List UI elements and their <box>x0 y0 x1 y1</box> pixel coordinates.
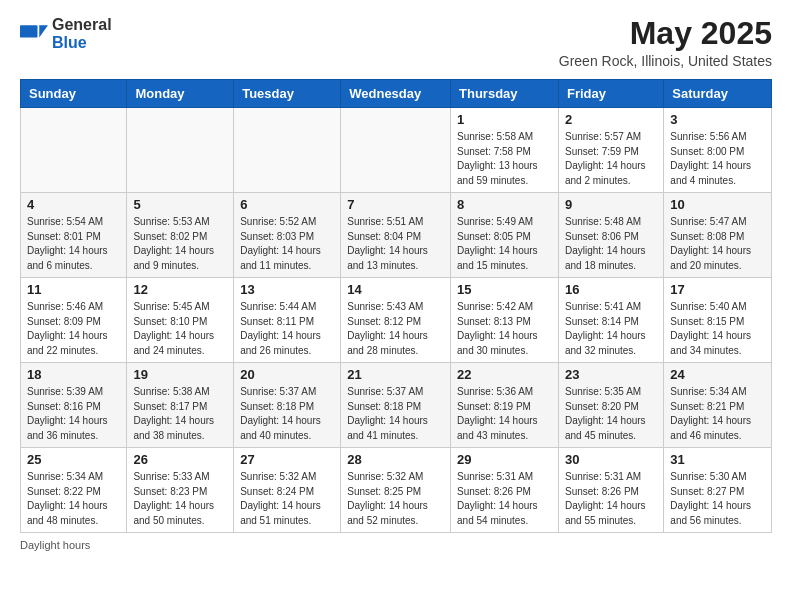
calendar-week-3: 11Sunrise: 5:46 AM Sunset: 8:09 PM Dayli… <box>21 278 772 363</box>
day-number: 3 <box>670 112 765 127</box>
day-info: Sunrise: 5:31 AM Sunset: 8:26 PM Dayligh… <box>457 470 552 528</box>
day-info: Sunrise: 5:37 AM Sunset: 8:18 PM Dayligh… <box>240 385 334 443</box>
calendar-cell: 17Sunrise: 5:40 AM Sunset: 8:15 PM Dayli… <box>664 278 772 363</box>
day-number: 17 <box>670 282 765 297</box>
calendar-cell: 20Sunrise: 5:37 AM Sunset: 8:18 PM Dayli… <box>234 363 341 448</box>
calendar-week-2: 4Sunrise: 5:54 AM Sunset: 8:01 PM Daylig… <box>21 193 772 278</box>
logo: General Blue <box>20 16 112 51</box>
day-info: Sunrise: 5:51 AM Sunset: 8:04 PM Dayligh… <box>347 215 444 273</box>
calendar-cell: 10Sunrise: 5:47 AM Sunset: 8:08 PM Dayli… <box>664 193 772 278</box>
day-number: 9 <box>565 197 657 212</box>
calendar-cell: 4Sunrise: 5:54 AM Sunset: 8:01 PM Daylig… <box>21 193 127 278</box>
day-info: Sunrise: 5:57 AM Sunset: 7:59 PM Dayligh… <box>565 130 657 188</box>
col-header-monday: Monday <box>127 80 234 108</box>
col-header-tuesday: Tuesday <box>234 80 341 108</box>
calendar-cell: 8Sunrise: 5:49 AM Sunset: 8:05 PM Daylig… <box>451 193 559 278</box>
calendar-cell: 24Sunrise: 5:34 AM Sunset: 8:21 PM Dayli… <box>664 363 772 448</box>
footer-note: Daylight hours <box>20 539 772 551</box>
calendar-cell: 18Sunrise: 5:39 AM Sunset: 8:16 PM Dayli… <box>21 363 127 448</box>
page: General Blue May 2025 Green Rock, Illino… <box>0 0 792 612</box>
day-number: 2 <box>565 112 657 127</box>
col-header-friday: Friday <box>558 80 663 108</box>
calendar-cell: 9Sunrise: 5:48 AM Sunset: 8:06 PM Daylig… <box>558 193 663 278</box>
col-header-sunday: Sunday <box>21 80 127 108</box>
calendar-cell: 23Sunrise: 5:35 AM Sunset: 8:20 PM Dayli… <box>558 363 663 448</box>
day-info: Sunrise: 5:54 AM Sunset: 8:01 PM Dayligh… <box>27 215 120 273</box>
logo-text: General Blue <box>52 16 112 51</box>
day-number: 5 <box>133 197 227 212</box>
day-number: 25 <box>27 452 120 467</box>
calendar-cell: 16Sunrise: 5:41 AM Sunset: 8:14 PM Dayli… <box>558 278 663 363</box>
calendar-cell: 30Sunrise: 5:31 AM Sunset: 8:26 PM Dayli… <box>558 448 663 533</box>
day-info: Sunrise: 5:44 AM Sunset: 8:11 PM Dayligh… <box>240 300 334 358</box>
calendar-cell: 5Sunrise: 5:53 AM Sunset: 8:02 PM Daylig… <box>127 193 234 278</box>
day-number: 19 <box>133 367 227 382</box>
day-info: Sunrise: 5:46 AM Sunset: 8:09 PM Dayligh… <box>27 300 120 358</box>
day-info: Sunrise: 5:45 AM Sunset: 8:10 PM Dayligh… <box>133 300 227 358</box>
calendar-cell: 28Sunrise: 5:32 AM Sunset: 8:25 PM Dayli… <box>341 448 451 533</box>
calendar-week-4: 18Sunrise: 5:39 AM Sunset: 8:16 PM Dayli… <box>21 363 772 448</box>
day-number: 11 <box>27 282 120 297</box>
day-number: 13 <box>240 282 334 297</box>
day-info: Sunrise: 5:37 AM Sunset: 8:18 PM Dayligh… <box>347 385 444 443</box>
calendar-cell: 15Sunrise: 5:42 AM Sunset: 8:13 PM Dayli… <box>451 278 559 363</box>
calendar-cell: 29Sunrise: 5:31 AM Sunset: 8:26 PM Dayli… <box>451 448 559 533</box>
col-header-thursday: Thursday <box>451 80 559 108</box>
calendar-cell: 1Sunrise: 5:58 AM Sunset: 7:58 PM Daylig… <box>451 108 559 193</box>
calendar-cell: 19Sunrise: 5:38 AM Sunset: 8:17 PM Dayli… <box>127 363 234 448</box>
day-number: 4 <box>27 197 120 212</box>
logo-blue-text: Blue <box>52 34 87 51</box>
col-header-saturday: Saturday <box>664 80 772 108</box>
day-info: Sunrise: 5:31 AM Sunset: 8:26 PM Dayligh… <box>565 470 657 528</box>
calendar-cell: 12Sunrise: 5:45 AM Sunset: 8:10 PM Dayli… <box>127 278 234 363</box>
header: General Blue May 2025 Green Rock, Illino… <box>20 16 772 69</box>
day-info: Sunrise: 5:47 AM Sunset: 8:08 PM Dayligh… <box>670 215 765 273</box>
day-info: Sunrise: 5:33 AM Sunset: 8:23 PM Dayligh… <box>133 470 227 528</box>
day-info: Sunrise: 5:32 AM Sunset: 8:25 PM Dayligh… <box>347 470 444 528</box>
logo-general: General <box>52 16 112 33</box>
day-number: 18 <box>27 367 120 382</box>
calendar-cell: 6Sunrise: 5:52 AM Sunset: 8:03 PM Daylig… <box>234 193 341 278</box>
calendar-cell <box>127 108 234 193</box>
calendar-week-5: 25Sunrise: 5:34 AM Sunset: 8:22 PM Dayli… <box>21 448 772 533</box>
calendar-cell: 25Sunrise: 5:34 AM Sunset: 8:22 PM Dayli… <box>21 448 127 533</box>
day-number: 1 <box>457 112 552 127</box>
day-info: Sunrise: 5:40 AM Sunset: 8:15 PM Dayligh… <box>670 300 765 358</box>
calendar-cell: 26Sunrise: 5:33 AM Sunset: 8:23 PM Dayli… <box>127 448 234 533</box>
day-number: 12 <box>133 282 227 297</box>
day-info: Sunrise: 5:43 AM Sunset: 8:12 PM Dayligh… <box>347 300 444 358</box>
day-number: 31 <box>670 452 765 467</box>
calendar-cell: 31Sunrise: 5:30 AM Sunset: 8:27 PM Dayli… <box>664 448 772 533</box>
month-title: May 2025 <box>559 16 772 51</box>
day-number: 24 <box>670 367 765 382</box>
day-number: 30 <box>565 452 657 467</box>
calendar-cell: 27Sunrise: 5:32 AM Sunset: 8:24 PM Dayli… <box>234 448 341 533</box>
day-number: 26 <box>133 452 227 467</box>
svg-marker-0 <box>39 25 48 37</box>
day-info: Sunrise: 5:38 AM Sunset: 8:17 PM Dayligh… <box>133 385 227 443</box>
calendar-cell: 7Sunrise: 5:51 AM Sunset: 8:04 PM Daylig… <box>341 193 451 278</box>
calendar-cell: 13Sunrise: 5:44 AM Sunset: 8:11 PM Dayli… <box>234 278 341 363</box>
day-number: 28 <box>347 452 444 467</box>
day-number: 22 <box>457 367 552 382</box>
day-number: 21 <box>347 367 444 382</box>
day-info: Sunrise: 5:53 AM Sunset: 8:02 PM Dayligh… <box>133 215 227 273</box>
day-number: 27 <box>240 452 334 467</box>
daylight-label: Daylight hours <box>20 539 90 551</box>
day-number: 29 <box>457 452 552 467</box>
calendar-cell: 22Sunrise: 5:36 AM Sunset: 8:19 PM Dayli… <box>451 363 559 448</box>
day-info: Sunrise: 5:49 AM Sunset: 8:05 PM Dayligh… <box>457 215 552 273</box>
day-info: Sunrise: 5:35 AM Sunset: 8:20 PM Dayligh… <box>565 385 657 443</box>
location: Green Rock, Illinois, United States <box>559 53 772 69</box>
day-info: Sunrise: 5:56 AM Sunset: 8:00 PM Dayligh… <box>670 130 765 188</box>
day-info: Sunrise: 5:58 AM Sunset: 7:58 PM Dayligh… <box>457 130 552 188</box>
day-number: 7 <box>347 197 444 212</box>
calendar-cell <box>341 108 451 193</box>
day-info: Sunrise: 5:36 AM Sunset: 8:19 PM Dayligh… <box>457 385 552 443</box>
day-info: Sunrise: 5:32 AM Sunset: 8:24 PM Dayligh… <box>240 470 334 528</box>
day-info: Sunrise: 5:41 AM Sunset: 8:14 PM Dayligh… <box>565 300 657 358</box>
day-info: Sunrise: 5:34 AM Sunset: 8:22 PM Dayligh… <box>27 470 120 528</box>
svg-rect-1 <box>20 25 38 37</box>
day-number: 20 <box>240 367 334 382</box>
calendar-cell: 11Sunrise: 5:46 AM Sunset: 8:09 PM Dayli… <box>21 278 127 363</box>
